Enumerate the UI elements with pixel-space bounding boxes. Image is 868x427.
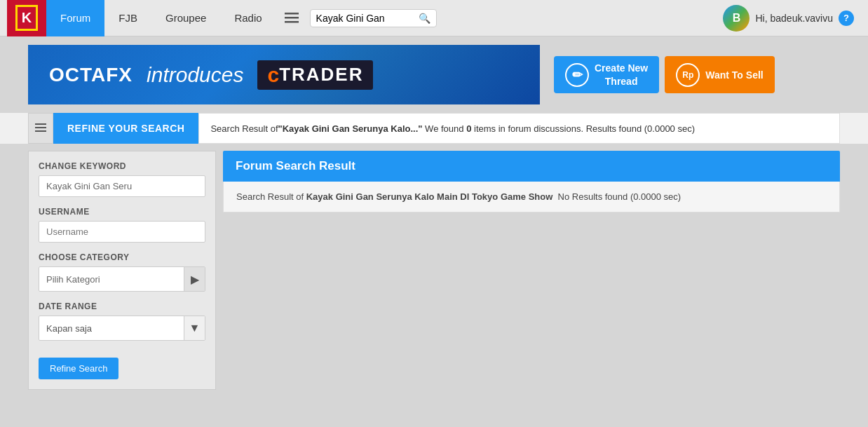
category-select[interactable]: Pilih Kategori ▶ xyxy=(39,266,205,292)
result-body-keyword: Kayak Gini Gan Serunya Kalo Main DI Toky… xyxy=(306,191,553,202)
sidebar-category-section: CHOOSE CATEGORY Pilih Kategori ▶ xyxy=(39,252,205,292)
keyword-input[interactable] xyxy=(39,175,205,197)
result-prefix: Search Result of xyxy=(210,123,278,134)
banner-buttons: ✏ Create New Thread Rp Want To Sell xyxy=(554,56,775,93)
list-icon[interactable] xyxy=(276,0,307,36)
username-input[interactable] xyxy=(39,221,205,243)
date-range-label: DATE RANGE xyxy=(39,301,205,311)
svg-rect-1 xyxy=(285,17,299,19)
want-to-sell-label: Want To Sell xyxy=(705,69,763,81)
svg-rect-0 xyxy=(285,13,299,15)
create-thread-label: Create New Thread xyxy=(595,62,648,87)
logo-icon: K xyxy=(15,5,38,31)
forum-result-header: Forum Search Result xyxy=(223,151,840,182)
sidebar-date-section: DATE RANGE Kapan saja ▼ xyxy=(39,301,205,341)
octafx-logo: OCTAFX xyxy=(49,64,133,86)
ctrader-rest-label: TRADER xyxy=(279,64,363,86)
nav-item-forum[interactable]: Forum xyxy=(46,0,104,36)
navbar: K Forum FJB Groupee Radio 🔍 B Hi, badeuk… xyxy=(0,0,868,36)
refine-search-label: REFINE YOUR SEARCH xyxy=(67,123,184,134)
ctrader-c-icon: c xyxy=(267,63,279,87)
date-arrow-icon[interactable]: ▼ xyxy=(184,316,205,340)
banner-introduces: introduces xyxy=(147,63,243,87)
nav-logo: K xyxy=(7,0,46,36)
refine-search-button[interactable]: Refine Search xyxy=(39,358,118,379)
create-thread-button[interactable]: ✏ Create New Thread xyxy=(554,56,659,93)
sidebar: CHANGE KEYWORD USERNAME CHOOSE CATEGORY … xyxy=(28,151,216,390)
search-bar: REFINE YOUR SEARCH Search Result of "Kay… xyxy=(0,113,868,144)
search-box: 🔍 xyxy=(310,9,437,27)
result-info: We found 0 items in forum discussions. R… xyxy=(423,123,696,134)
result-body-prefix: Search Result of xyxy=(236,191,306,202)
username-label: USERNAME xyxy=(39,207,205,217)
banner-row: OCTAFX introduces c TRADER ✏ Create New … xyxy=(0,36,868,113)
banner-image: OCTAFX introduces c TRADER xyxy=(28,45,540,104)
toggle-search-icon[interactable] xyxy=(28,113,53,144)
svg-rect-4 xyxy=(35,127,46,128)
nav-label-fjb: FJB xyxy=(118,12,137,24)
search-result-text: Search Result of "Kayak Gini Gan Serunya… xyxy=(198,113,840,144)
search-input[interactable] xyxy=(316,13,414,24)
svg-rect-5 xyxy=(35,130,46,132)
search-icon[interactable]: 🔍 xyxy=(419,13,430,24)
category-value: Pilih Kategori xyxy=(39,269,184,290)
want-to-sell-button[interactable]: Rp Want To Sell xyxy=(665,56,774,93)
svg-rect-2 xyxy=(285,21,299,23)
nav-item-radio[interactable]: Radio xyxy=(220,0,276,36)
nav-item-fjb[interactable]: FJB xyxy=(104,0,151,36)
refine-search-tab[interactable]: REFINE YOUR SEARCH xyxy=(53,113,198,144)
date-range-select[interactable]: Kapan saja ▼ xyxy=(39,316,205,341)
pencil-icon: ✏ xyxy=(565,63,589,87)
nav-user: B Hi, badeuk.vavivu ? xyxy=(723,5,861,32)
username-label: Hi, badeuk.vavivu xyxy=(755,13,833,24)
right-content: Forum Search Result Search Result of Kay… xyxy=(223,151,840,390)
category-arrow-icon[interactable]: ▶ xyxy=(184,267,205,291)
nav-label-radio: Radio xyxy=(234,12,262,24)
main-content: CHANGE KEYWORD USERNAME CHOOSE CATEGORY … xyxy=(0,144,868,390)
result-no-results: No Results found (0.0000 sec) xyxy=(558,191,681,202)
category-label: CHOOSE CATEGORY xyxy=(39,252,205,262)
result-keyword: "Kayak Gini Gan Serunya Kalo..." xyxy=(278,123,423,134)
date-value: Kapan saja xyxy=(39,318,184,339)
svg-rect-3 xyxy=(35,123,46,125)
rp-icon: Rp xyxy=(676,63,700,87)
sidebar-keyword-section: CHANGE KEYWORD xyxy=(39,161,205,197)
forum-result-body: Search Result of Kayak Gini Gan Serunya … xyxy=(223,182,840,212)
nav-label-groupee: Groupee xyxy=(165,12,206,24)
keyword-label: CHANGE KEYWORD xyxy=(39,161,205,171)
avatar: B xyxy=(723,5,750,32)
nav-item-groupee[interactable]: Groupee xyxy=(151,0,220,36)
nav-label-forum: Forum xyxy=(60,12,90,24)
sidebar-username-section: USERNAME xyxy=(39,207,205,243)
help-icon[interactable]: ? xyxy=(839,11,854,26)
